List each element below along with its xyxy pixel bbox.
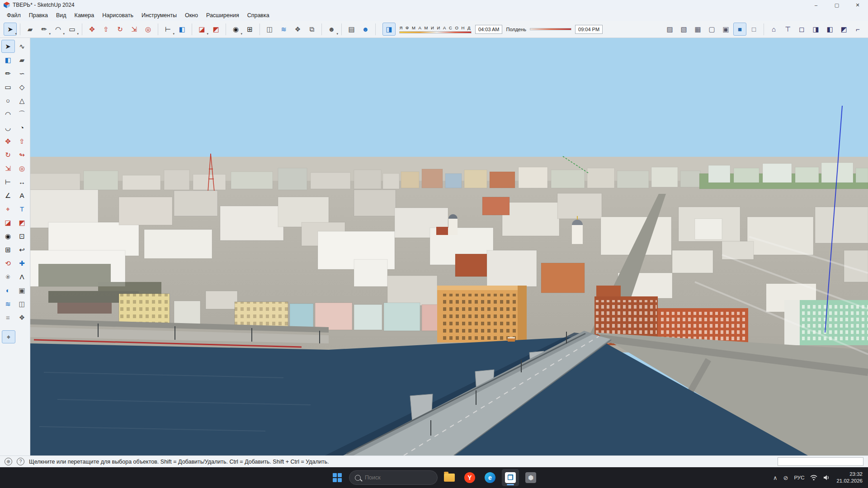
menu-item-4[interactable]: Нарисовать [98, 11, 137, 20]
section-display-toggle[interactable]: ◩ [209, 23, 222, 36]
zoom-previous-tool[interactable]: ↩ [15, 243, 29, 256]
time-end-field[interactable]: 09:04 PM [575, 25, 603, 34]
language-indicator[interactable]: РУС [794, 475, 804, 480]
follow-me-tool[interactable]: ↬ [15, 148, 29, 161]
layers-toggle[interactable]: ⧉ [305, 23, 318, 36]
two-point-arc-tool[interactable]: ⌒ [15, 108, 29, 121]
style-hidden-line[interactable]: ▢ [705, 23, 718, 36]
view-left[interactable]: ◩ [837, 23, 850, 36]
push-pull-tool[interactable]: ⇧ [99, 23, 113, 36]
text-tool[interactable]: A [15, 189, 29, 202]
arc-tool[interactable]: ◠▾ [52, 23, 65, 36]
credits-icon[interactable]: ⊕ [5, 458, 12, 465]
3d-viewport[interactable] [30, 38, 868, 455]
add-collaborator[interactable]: ☻ [359, 23, 372, 36]
select-tool[interactable]: ➤▾ [4, 23, 17, 36]
hidden-icons-chevron[interactable]: ∧ [773, 474, 778, 481]
axes-tool[interactable]: ⌖ [1, 202, 15, 216]
start-button[interactable] [329, 469, 346, 486]
move-tool[interactable]: ✥ [1, 135, 15, 148]
menu-item-5[interactable]: Инструменты [137, 11, 181, 20]
time-start-field[interactable]: 04:03 AM [475, 25, 502, 34]
minimize-button[interactable]: – [806, 0, 826, 10]
zoom-extents-tool[interactable]: ⊞ [243, 23, 256, 36]
edge-browser-button[interactable]: e [481, 469, 499, 486]
offset-tool[interactable]: ◎ [15, 162, 29, 175]
file-explorer-button[interactable] [441, 469, 458, 486]
pinned-app-button[interactable]: ⬢ [522, 469, 539, 486]
menu-item-8[interactable]: Справка [243, 11, 274, 20]
menu-item-6[interactable]: Окно [181, 11, 202, 20]
scale-tool[interactable]: ⇲ [127, 23, 141, 36]
section-plane-tool[interactable]: ◪▾ [195, 23, 208, 36]
geo-location-tool[interactable]: ⌖ [2, 330, 15, 343]
pan-tool[interactable]: ✚ [15, 257, 29, 270]
style-shaded[interactable]: ▣ [719, 23, 732, 36]
zoom-extents-tool[interactable]: ⊞ [1, 243, 15, 256]
paint-bucket-tool[interactable]: ◧ [175, 23, 189, 36]
eraser-tool[interactable]: ▰ [15, 53, 29, 66]
taskbar-search[interactable] [349, 470, 438, 485]
section-fill-toggle[interactable]: ◩ [15, 216, 29, 229]
yandex-browser-button[interactable]: Y [461, 469, 478, 486]
look-around-tool[interactable]: ◐ [1, 284, 15, 297]
line-tool[interactable]: ✏ [1, 67, 15, 80]
zoom-tool[interactable]: ◉▾ [229, 23, 242, 36]
offset-tool[interactable]: ◎ [142, 23, 155, 36]
zoom-window-tool[interactable]: ⊡ [15, 230, 29, 243]
menu-item-0[interactable]: Файл [3, 11, 25, 20]
menu-item-3[interactable]: Камера [71, 11, 99, 20]
style-xray[interactable]: ▨ [663, 23, 676, 36]
menu-item-2[interactable]: Вид [52, 11, 71, 20]
view-back[interactable]: ◧ [823, 23, 836, 36]
match-photo-tool[interactable]: ▣ [15, 284, 29, 297]
tape-measure-tool[interactable]: ⊢▾ [161, 23, 175, 36]
walk-tool[interactable]: Λ [15, 270, 29, 283]
shadow-date-slider[interactable]: Я Ф М А М И И А С О Н Д [399, 25, 472, 33]
zoom-tool[interactable]: ◉ [1, 230, 15, 243]
section-plane-tool[interactable]: ◪ [1, 216, 15, 229]
line-tool[interactable]: ✏▾ [38, 23, 51, 36]
shadow-panel-toggle[interactable]: ◨ [382, 23, 396, 36]
soften-edges-tool[interactable]: ≋ [1, 297, 15, 310]
three-point-arc-tool[interactable]: ◡ [1, 121, 15, 134]
view-two-point[interactable]: ⌐ [851, 23, 864, 36]
time-gradient-slider[interactable] [530, 28, 571, 30]
menu-item-7[interactable]: Расширения [202, 11, 243, 20]
view-top[interactable]: ⊤ [781, 23, 794, 36]
style-wireframe[interactable]: ▦ [691, 23, 704, 36]
scale-tool[interactable]: ⇲ [1, 162, 15, 175]
rectangle-tool[interactable]: ▭ [1, 80, 15, 94]
date-gradient-bar[interactable] [399, 31, 472, 33]
rotated-rectangle-tool[interactable]: ◇ [15, 80, 29, 94]
style-back-edges[interactable]: ▧ [677, 23, 690, 36]
rectangle-tool[interactable]: ▭▾ [66, 23, 79, 36]
protractor-tool[interactable]: ∠ [1, 189, 15, 202]
new-file[interactable]: ▤ [345, 23, 358, 36]
rotate-tool[interactable]: ↻ [1, 148, 15, 161]
move-tool[interactable]: ✥ [85, 23, 99, 36]
orbit-tool[interactable]: ⟲ [1, 257, 15, 270]
menu-item-1[interactable]: Правка [25, 11, 52, 20]
clock[interactable]: 23:32 21.02.2026 [836, 471, 863, 484]
fog-toggle[interactable]: ≋ [277, 23, 290, 36]
pie-tool[interactable]: ◔ [15, 121, 29, 134]
wifi-icon[interactable] [810, 474, 817, 481]
noon-label[interactable]: Полдень [506, 27, 526, 32]
sketchup-app-button[interactable]: ❒ [502, 469, 519, 486]
maximize-button[interactable]: ▢ [826, 0, 847, 10]
select-tool[interactable]: ➤ [1, 40, 15, 53]
fog-toggle[interactable]: ≡ [1, 311, 15, 324]
circle-tool[interactable]: ○ [1, 94, 15, 107]
status-icon[interactable]: ⊘ [783, 474, 788, 481]
close-button[interactable]: ✕ [847, 0, 868, 10]
arc-tool[interactable]: ◠ [1, 108, 15, 121]
view-iso[interactable]: ⌂ [767, 23, 780, 36]
help-icon[interactable]: ? [17, 458, 24, 465]
style-monochrome[interactable]: □ [747, 23, 760, 36]
position-camera-tool[interactable]: ⍟ [1, 270, 15, 283]
volume-icon[interactable] [823, 474, 830, 481]
tape-measure-tool[interactable]: ⊢ [1, 175, 15, 188]
dimension-tool[interactable]: ↔ [15, 175, 29, 188]
lasso-tool[interactable]: ∿ [15, 40, 29, 53]
